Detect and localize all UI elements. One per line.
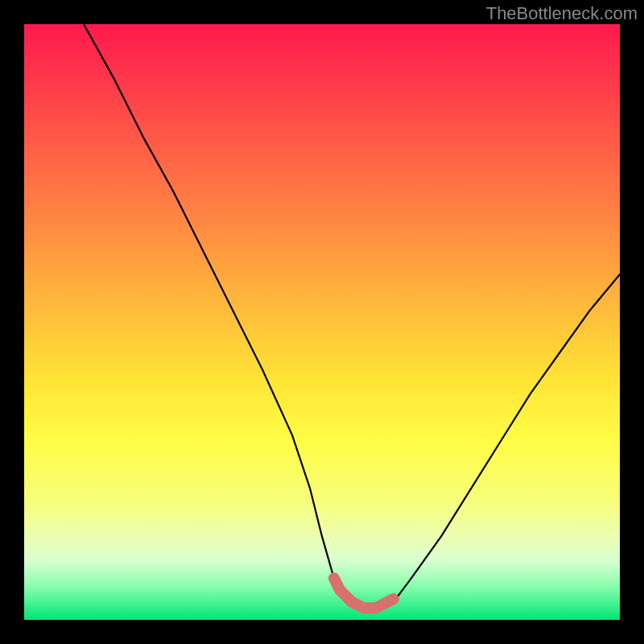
bottleneck-curve-path [84, 24, 620, 608]
highlight-segment-path [334, 578, 394, 608]
watermark-label: TheBottleneck.com [486, 3, 638, 24]
chart-svg [24, 24, 620, 620]
chart-plot-area [24, 24, 620, 620]
